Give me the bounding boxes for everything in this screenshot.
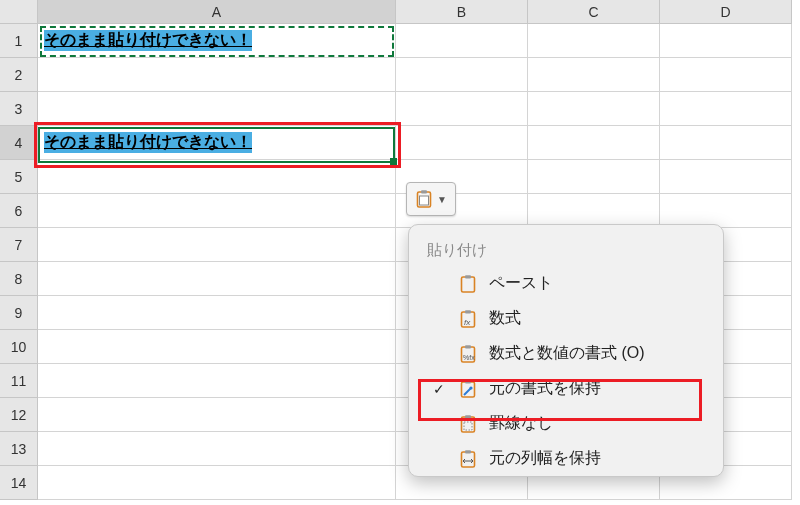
svg-rect-11 — [462, 382, 475, 397]
cell-B2[interactable] — [396, 58, 528, 92]
clipboard-col-width-icon — [457, 449, 479, 469]
cell-A6[interactable] — [38, 194, 396, 228]
cell-D3[interactable] — [660, 92, 792, 126]
cell-A2[interactable] — [38, 58, 396, 92]
menu-item-label: 数式 — [489, 308, 521, 329]
cell-B3[interactable] — [396, 92, 528, 126]
svg-rect-17 — [462, 452, 475, 467]
row-header-2[interactable]: 2 — [0, 58, 38, 92]
svg-rect-3 — [462, 277, 475, 292]
row-header-9[interactable]: 9 — [0, 296, 38, 330]
col-header-D[interactable]: D — [660, 0, 792, 24]
cell-A10[interactable] — [38, 330, 396, 364]
cell-A9[interactable] — [38, 296, 396, 330]
cell-B1[interactable] — [396, 24, 528, 58]
svg-rect-12 — [465, 380, 471, 383]
menu-item-label: 元の列幅を保持 — [489, 448, 601, 469]
cell-C4[interactable] — [528, 126, 660, 160]
menu-item-formulas[interactable]: fx 数式 — [409, 301, 723, 336]
row-header-6[interactable]: 6 — [0, 194, 38, 228]
row-header-8[interactable]: 8 — [0, 262, 38, 296]
svg-rect-18 — [465, 450, 471, 453]
cell-A11[interactable] — [38, 364, 396, 398]
col-header-C[interactable]: C — [528, 0, 660, 24]
svg-rect-15 — [465, 415, 471, 418]
cell-A12[interactable] — [38, 398, 396, 432]
menu-item-label: ペースト — [489, 273, 553, 294]
row-header-10[interactable]: 10 — [0, 330, 38, 364]
cell-A4-text: そのまま貼り付けできない！ — [44, 132, 252, 153]
cell-A3[interactable] — [38, 92, 396, 126]
menu-item-label: 元の書式を保持 — [489, 378, 601, 399]
cell-A13[interactable] — [38, 432, 396, 466]
svg-text:fx: fx — [464, 318, 471, 327]
paste-options-button[interactable]: ▼ — [406, 182, 456, 216]
menu-item-label: 罫線なし — [489, 413, 553, 434]
cell-D6[interactable] — [660, 194, 792, 228]
clipboard-no-borders-icon — [457, 414, 479, 434]
menu-item-keep-source-formatting[interactable]: ✓ 元の書式を保持 — [409, 371, 723, 406]
col-header-A[interactable]: A — [38, 0, 396, 24]
row-header-3[interactable]: 3 — [0, 92, 38, 126]
row-header-14[interactable]: 14 — [0, 466, 38, 500]
row-header-4[interactable]: 4 — [0, 126, 38, 160]
svg-rect-1 — [421, 190, 427, 193]
row-header-11[interactable]: 11 — [0, 364, 38, 398]
paste-options-menu: 貼り付け ペースト fx 数式 %fx 数式と数値の書式 (O) ✓ 元の書式を… — [408, 224, 724, 477]
cell-C1[interactable] — [528, 24, 660, 58]
menu-item-keep-column-width[interactable]: 元の列幅を保持 — [409, 441, 723, 476]
col-header-B[interactable]: B — [396, 0, 528, 24]
cell-C3[interactable] — [528, 92, 660, 126]
cell-D2[interactable] — [660, 58, 792, 92]
clipboard-fx-percent-icon: %fx — [457, 344, 479, 364]
chevron-down-icon: ▼ — [437, 194, 447, 205]
cell-A1[interactable]: そのまま貼り付けできない！ — [38, 24, 396, 58]
menu-item-no-borders[interactable]: 罫線なし — [409, 406, 723, 441]
cell-A5[interactable] — [38, 160, 396, 194]
row-header-13[interactable]: 13 — [0, 432, 38, 466]
svg-rect-9 — [465, 345, 471, 348]
clipboard-fx-icon: fx — [457, 309, 479, 329]
select-all-corner[interactable] — [0, 0, 38, 24]
cell-D4[interactable] — [660, 126, 792, 160]
cell-C5[interactable] — [528, 160, 660, 194]
row-header-12[interactable]: 12 — [0, 398, 38, 432]
clipboard-paste-icon — [457, 274, 479, 294]
cell-C2[interactable] — [528, 58, 660, 92]
cell-A1-text: そのまま貼り付けできない！ — [44, 30, 252, 51]
paste-menu-header: 貼り付け — [409, 233, 723, 266]
check-icon: ✓ — [431, 381, 447, 397]
cell-D1[interactable] — [660, 24, 792, 58]
menu-item-paste[interactable]: ペースト — [409, 266, 723, 301]
svg-rect-2 — [420, 196, 429, 205]
cell-A8[interactable] — [38, 262, 396, 296]
svg-point-13 — [469, 386, 472, 389]
svg-rect-4 — [465, 275, 471, 278]
cell-A14[interactable] — [38, 466, 396, 500]
clipboard-icon — [415, 189, 433, 209]
svg-rect-16 — [464, 422, 472, 430]
menu-item-formulas-number-format[interactable]: %fx 数式と数値の書式 (O) — [409, 336, 723, 371]
cell-A4[interactable]: そのまま貼り付けできない！ — [38, 126, 396, 160]
row-header-1[interactable]: 1 — [0, 24, 38, 58]
clipboard-brush-icon — [457, 379, 479, 399]
cell-A7[interactable] — [38, 228, 396, 262]
svg-text:%fx: %fx — [463, 354, 475, 361]
row-header-5[interactable]: 5 — [0, 160, 38, 194]
cell-B4[interactable] — [396, 126, 528, 160]
svg-rect-6 — [465, 310, 471, 313]
cell-D5[interactable] — [660, 160, 792, 194]
menu-item-label: 数式と数値の書式 (O) — [489, 343, 645, 364]
svg-rect-14 — [462, 417, 475, 432]
row-header-7[interactable]: 7 — [0, 228, 38, 262]
cell-C6[interactable] — [528, 194, 660, 228]
